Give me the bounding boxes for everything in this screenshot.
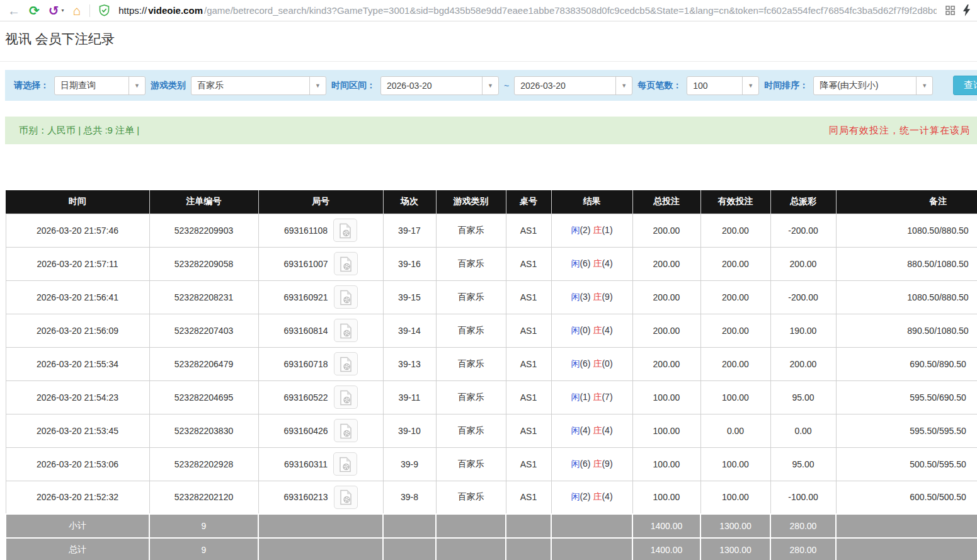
lightning-icon[interactable]	[963, 4, 971, 16]
cell-game-type: 百家乐	[436, 214, 506, 247]
url-bar[interactable]: https://videoie.com/game/betrecord_searc…	[118, 5, 937, 16]
table-row: 2026-03-20 21:57:46523282209903693161108…	[6, 214, 977, 247]
cell-table-number: AS1	[506, 247, 551, 280]
video-file-icon	[339, 365, 353, 374]
player-result-label: 闲	[571, 292, 580, 302]
col-header-payout: 总派彩	[770, 190, 836, 214]
col-header-game-type: 游戏类别	[436, 190, 506, 214]
cell-valid-bet: 100.00	[700, 447, 770, 481]
cell-time: 2026-03-20 21:56:09	[6, 314, 149, 347]
cell-table-number: AS1	[506, 314, 551, 347]
banker-result-score: (4)	[602, 491, 612, 501]
banker-result-label: 庄	[593, 292, 602, 302]
round-number: 693160814	[283, 326, 328, 336]
valid-bet-notice: 同局有效投注，统一计算在该局	[829, 125, 970, 137]
banker-result-label: 庄	[593, 392, 602, 402]
col-header-session: 场次	[383, 190, 436, 214]
game-type-select[interactable]: 百家乐 ▼	[191, 76, 326, 95]
video-replay-button[interactable]	[334, 486, 358, 509]
player-result-label: 闲	[571, 358, 580, 369]
cell-payout: 95.00	[770, 447, 836, 481]
banker-result-score: (9)	[602, 292, 612, 302]
cell-payout: -200.00	[770, 280, 836, 314]
cell-total-bet[interactable]: 100.00	[632, 380, 700, 414]
sort-select[interactable]: 降幂(由大到小) ▼	[813, 76, 933, 95]
player-result-score: (4)	[580, 425, 590, 435]
date-from-select[interactable]: 2026-03-20 ▼	[380, 76, 499, 95]
footer-empty	[836, 538, 977, 560]
bet-records-table: 时间 注单编号 局号 场次 游戏类别 桌号 结果 总投注 有效投注 总派彩 备注…	[5, 190, 977, 560]
player-result-score: (2)	[580, 225, 590, 235]
cell-total-bet[interactable]: 200.00	[632, 247, 700, 280]
home-icon[interactable]: ⌂	[73, 4, 81, 17]
cell-remark: 1080.50/880.50	[836, 280, 977, 314]
cell-payout: -200.00	[770, 214, 836, 247]
undo-icon[interactable]: ↺	[49, 4, 59, 17]
page-size-select[interactable]: 100 ▼	[687, 76, 759, 95]
cell-session: 39-16	[383, 247, 436, 280]
browser-toolbar: ← ⟳ ↺ ▾ ⌂ https://videoie.com/game/betre…	[0, 0, 977, 21]
cell-bet-number: 523282207403	[149, 314, 258, 347]
cell-total-bet[interactable]: 100.00	[632, 414, 700, 447]
cell-total-bet[interactable]: 200.00	[632, 280, 700, 314]
video-file-icon	[338, 231, 352, 241]
date-mode-select[interactable]: 日期查询 ▼	[54, 76, 146, 95]
cell-total-bet[interactable]: 200.00	[632, 214, 700, 247]
cell-bet-number: 523282203830	[149, 414, 258, 447]
footer-empty	[506, 538, 551, 560]
back-icon[interactable]: ←	[8, 4, 20, 17]
col-header-table-number: 桌号	[506, 190, 551, 214]
round-number: 693160311	[284, 459, 328, 469]
cell-total-bet[interactable]: 100.00	[632, 447, 700, 481]
cell-bet-number: 523282209058	[149, 247, 258, 280]
url-scheme: https://	[118, 5, 147, 16]
footer-empty	[551, 514, 632, 538]
round-number: 693160921	[283, 292, 328, 302]
cell-remark: 890.50/1080.50	[836, 314, 977, 347]
cell-payout: -100.00	[770, 481, 836, 514]
video-replay-button[interactable]	[334, 285, 358, 309]
video-replay-button[interactable]	[333, 219, 357, 242]
video-replay-button[interactable]	[334, 319, 358, 342]
cell-total-bet[interactable]: 100.00	[632, 481, 700, 514]
cell-session: 39-9	[383, 447, 436, 481]
cell-total-bet[interactable]: 200.00	[632, 347, 700, 380]
cell-game-type: 百家乐	[436, 414, 506, 447]
cell-result: 闲(2) 庄(1)	[551, 214, 632, 247]
cell-payout: 200.00	[770, 247, 836, 280]
undo-dropdown-caret-icon[interactable]: ▾	[62, 8, 64, 13]
cell-round-number: 693160522	[258, 380, 383, 414]
cell-bet-number: 523282202120	[149, 481, 258, 514]
refresh-icon[interactable]: ⟳	[29, 4, 40, 17]
col-header-total-bet: 总投注	[632, 190, 700, 214]
sort-label: 时间排序：	[764, 80, 808, 91]
round-number: 693161108	[284, 226, 328, 236]
footer-empty	[551, 538, 632, 560]
security-shield-icon[interactable]	[99, 4, 110, 16]
table-row: 2026-03-20 21:53:06523282202928693160311…	[6, 447, 977, 481]
cell-valid-bet: 200.00	[700, 314, 770, 347]
video-file-icon	[339, 265, 353, 274]
round-number: 693160522	[283, 392, 328, 403]
video-replay-button[interactable]	[334, 352, 358, 375]
url-path: /game/betrecord_search/kind3?GameType=30…	[204, 5, 937, 16]
video-replay-button[interactable]	[334, 386, 358, 409]
chevron-down-icon: ▼	[615, 77, 632, 94]
cell-valid-bet: 100.00	[700, 481, 770, 514]
cell-remark: 595.50/595.50	[836, 414, 977, 447]
cell-game-type: 百家乐	[436, 314, 506, 347]
date-to-select[interactable]: 2026-03-20 ▼	[514, 76, 632, 95]
page-size-label: 每页笔数：	[637, 80, 682, 91]
col-header-result: 结果	[551, 190, 632, 214]
page-size-value: 100	[687, 81, 742, 91]
cell-round-number: 693161007	[258, 247, 383, 280]
cell-total-bet[interactable]: 200.00	[632, 314, 700, 347]
mode-label: 请选择：	[14, 80, 49, 91]
video-replay-button[interactable]	[334, 419, 358, 442]
search-button[interactable]: 查询	[953, 76, 977, 95]
video-replay-button[interactable]	[334, 252, 358, 275]
grandtotal-row: 总计91400.001300.00280.00	[6, 538, 977, 560]
cell-remark: 600.50/500.50	[836, 481, 977, 514]
video-replay-button[interactable]	[333, 452, 357, 476]
qr-code-icon[interactable]	[946, 6, 955, 15]
